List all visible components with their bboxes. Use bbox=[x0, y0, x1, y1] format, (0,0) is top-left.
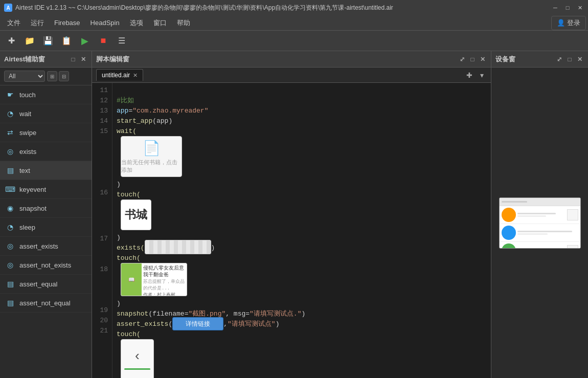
back-box: ‹ bbox=[121, 339, 154, 378]
stop-button[interactable]: ■ bbox=[96, 34, 110, 48]
sidebar-sleep-label: sleep bbox=[19, 224, 35, 231]
save-as-button[interactable]: 📋 bbox=[59, 34, 74, 48]
screenshot-article[interactable]: 📖 侵犯八零女友后意我干翻金爸 苏总提醒了，单众品的代价是... 作者：村上春树 bbox=[121, 263, 487, 296]
screenshot-empty-bookshelf[interactable]: 📄 当前无任何书籍，点击添加 bbox=[121, 136, 487, 177]
new-file-button[interactable]: ✚ bbox=[4, 34, 18, 48]
left-sidebar-header: Airtest辅助窗 □ ✕ bbox=[0, 51, 92, 68]
editor-expand-icon[interactable]: ⤢ bbox=[458, 55, 466, 63]
sidebar-snapshot-label: snapshot bbox=[19, 205, 47, 212]
tab-dropdown-button[interactable]: ▾ bbox=[477, 70, 487, 80]
add-tab-button[interactable]: ✚ bbox=[464, 70, 474, 80]
sidebar-assert-equal-label: assert_equal bbox=[19, 280, 57, 288]
title-text: Airtest IDE v1.2.13 ~~ C:\Users\admin\De… bbox=[15, 4, 551, 12]
device-status-bar bbox=[500, 198, 580, 206]
editor-tab-untitled[interactable]: untitled.air ✕ bbox=[96, 69, 143, 81]
bar-screenshot-box[interactable] bbox=[145, 240, 211, 254]
menu-options[interactable]: 选项 bbox=[125, 16, 148, 30]
window-controls: ─ □ ✕ bbox=[551, 4, 584, 12]
article-box: 📖 侵犯八零女友后意我干翻金爸 苏总提醒了，单众品的代价是... 作者：村上春树 bbox=[121, 263, 187, 296]
device-thumb-img-3 bbox=[567, 245, 578, 248]
device-pin-icon[interactable]: □ bbox=[566, 55, 574, 63]
menu-firebase[interactable]: Firebase bbox=[49, 17, 85, 29]
editor-close-icon[interactable]: ✕ bbox=[479, 55, 487, 63]
device-close-icon[interactable]: ✕ bbox=[576, 55, 584, 63]
device-avatar-1 bbox=[502, 208, 516, 222]
sidebar-assert-not-equal-label: assert_not_equal bbox=[19, 299, 71, 307]
line-num-11: 11 bbox=[92, 85, 108, 95]
menu-window[interactable]: 窗口 bbox=[148, 16, 172, 30]
close-button[interactable]: ✕ bbox=[576, 4, 584, 12]
sidebar-close-icon[interactable]: ✕ bbox=[79, 55, 87, 63]
sidebar-filter-select[interactable]: All bbox=[4, 71, 45, 82]
sidebar-assert-exists-label: assert_exists bbox=[19, 242, 58, 250]
sidebar-collapse-icon[interactable]: ⊟ bbox=[59, 71, 69, 81]
code-line-12: #比如 bbox=[117, 95, 487, 105]
code-line-13: app = "com.zhao.myreader" bbox=[117, 105, 487, 116]
line-num-16: 16 bbox=[92, 187, 108, 197]
sidebar-item-exists[interactable]: ◎ exists bbox=[0, 142, 92, 161]
editor-tab-actions: ✚ ▾ bbox=[464, 70, 487, 80]
right-sidebar: 设备窗 ⤢ □ ✕ bbox=[491, 51, 588, 378]
line-num-18-img bbox=[92, 274, 108, 305]
run-button[interactable]: ▶ bbox=[78, 34, 92, 48]
menu-help[interactable]: 帮助 bbox=[172, 16, 195, 30]
sidebar-item-swipe[interactable]: ⇄ swipe bbox=[0, 123, 92, 142]
sidebar-touch-label: touch bbox=[19, 91, 36, 99]
sidebar-item-assert-exists[interactable]: ◎ assert_exists bbox=[0, 237, 92, 256]
article-thumb: 📖 bbox=[121, 263, 142, 296]
sidebar-assert-not-exists-label: assert_not_exists bbox=[19, 261, 71, 269]
login-button[interactable]: 👤 登录 bbox=[551, 16, 586, 30]
device-thumbnail[interactable] bbox=[499, 197, 581, 249]
snapshot-icon: ◉ bbox=[5, 203, 15, 213]
wait-icon: ◔ bbox=[5, 108, 15, 119]
sidebar-item-assert-not-exists[interactable]: ◎ assert_not_exists bbox=[0, 256, 92, 275]
bookstore-box: 书城 bbox=[121, 199, 151, 230]
code-line-16: touch( bbox=[117, 189, 487, 199]
device-expand-icon[interactable]: ⤢ bbox=[555, 55, 563, 63]
menu-bar: 文件 运行 Firebase HeadSpin 选项 窗口 帮助 👤 登录 bbox=[0, 15, 588, 31]
open-file-button[interactable]: 📁 bbox=[22, 34, 37, 48]
bar-screenshot-content bbox=[145, 240, 211, 254]
sidebar-item-sleep[interactable]: ◔ sleep bbox=[0, 218, 92, 237]
screenshot-back[interactable]: ‹ bbox=[121, 339, 487, 378]
line-num-18: 18 bbox=[92, 264, 108, 274]
sidebar-item-snapshot[interactable]: ◉ snapshot bbox=[0, 199, 92, 218]
sidebar-filter-actions: ⊞ ⊟ bbox=[47, 71, 69, 82]
text-icon: ▤ bbox=[5, 165, 15, 175]
code-editor[interactable]: 11 12 13 14 15 16 17 18 19 20 21 22 bbox=[92, 83, 491, 378]
code-line-14: start_app (app) bbox=[117, 116, 487, 126]
line-num-15-img bbox=[92, 136, 108, 187]
editor-pin-icon[interactable]: □ bbox=[468, 55, 477, 63]
sidebar-item-touch[interactable]: ☛ touch bbox=[0, 85, 92, 104]
menu-button[interactable]: ☰ bbox=[115, 34, 129, 48]
assert-equal-icon: ▤ bbox=[5, 279, 15, 289]
device-content-area bbox=[500, 206, 580, 248]
sidebar-item-text[interactable]: ▤ text bbox=[0, 161, 92, 180]
device-avatar-3 bbox=[502, 243, 516, 248]
line-num-19: 19 bbox=[92, 305, 108, 315]
maximize-button[interactable]: □ bbox=[563, 4, 572, 12]
save-button[interactable]: 💾 bbox=[41, 34, 55, 48]
code-content[interactable]: #比如 app = "com.zhao.myreader" start_app … bbox=[112, 83, 491, 378]
sidebar-item-assert-not-equal[interactable]: ▤ assert_not_equal bbox=[0, 294, 92, 313]
empty-bookshelf-label: 当前无任何书籍，点击添加 bbox=[121, 159, 182, 174]
sidebar-expand-icon[interactable]: ⊞ bbox=[47, 71, 57, 81]
menu-run[interactable]: 运行 bbox=[26, 16, 49, 30]
empty-bookshelf-box: 📄 当前无任何书籍，点击添加 bbox=[121, 136, 182, 177]
menu-headspin[interactable]: HeadSpin bbox=[85, 17, 125, 29]
line-num-16-img bbox=[92, 197, 108, 233]
editor-tabs: untitled.air ✕ ✚ ▾ bbox=[92, 68, 491, 83]
tab-close-icon[interactable]: ✕ bbox=[133, 72, 138, 79]
screenshot-bookstore[interactable]: 书城 bbox=[121, 199, 487, 230]
app-icon: A bbox=[4, 4, 12, 12]
sidebar-pin-icon[interactable]: □ bbox=[69, 55, 77, 63]
menu-file[interactable]: 文件 bbox=[2, 16, 26, 30]
sidebar-item-keyevent[interactable]: ⌨ keyevent bbox=[0, 180, 92, 199]
editor-header-icons: ⤢ □ ✕ bbox=[458, 55, 487, 63]
line-num-13: 13 bbox=[92, 105, 108, 116]
left-sidebar-header-icons: □ ✕ bbox=[69, 55, 87, 63]
assert-not-exists-icon: ◎ bbox=[5, 260, 15, 270]
minimize-button[interactable]: ─ bbox=[551, 4, 559, 12]
sidebar-item-wait[interactable]: ◔ wait bbox=[0, 104, 92, 123]
sidebar-item-assert-equal[interactable]: ▤ assert_equal bbox=[0, 275, 92, 294]
